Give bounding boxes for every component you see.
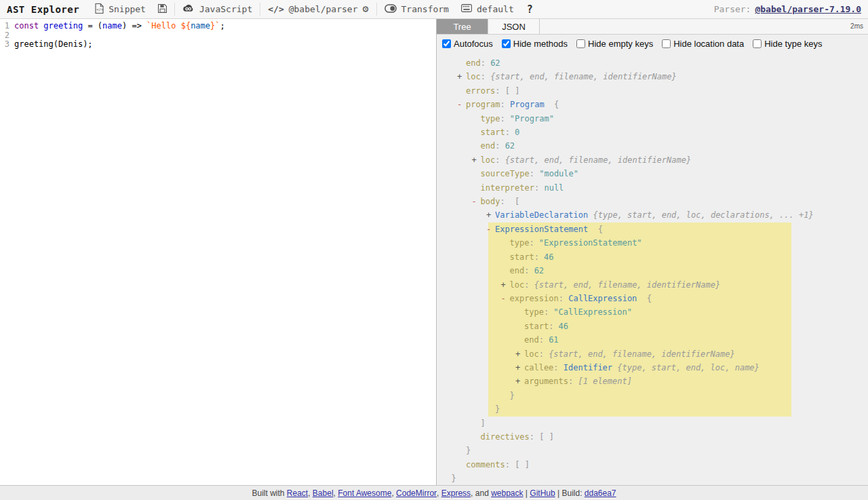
ast-punct: : [530, 169, 539, 178]
transform-toggle-button[interactable]: Transform [378, 0, 455, 18]
footer-link-codemirror[interactable]: CodeMirror [396, 488, 437, 498]
ast-preview: {start, end, filename, identifierName} [534, 280, 721, 290]
footer-text: Built with [252, 488, 286, 498]
ast-value: 62 [490, 58, 500, 68]
code-token: name [102, 22, 122, 31]
ast-node-link[interactable]: CallExpression [568, 294, 637, 303]
parser-version-link[interactable]: @babel/parser-7.19.0 [755, 4, 861, 14]
ast-punct: : [495, 141, 505, 151]
collapse-toggle-icon[interactable]: - [486, 223, 495, 236]
ast-punct: ] [481, 419, 486, 428]
footer-link-express[interactable]: Express [441, 488, 471, 498]
tree-row: start: 46 [437, 320, 868, 333]
ast-punct: : [ ] [530, 432, 554, 442]
ast-key: loc [466, 72, 481, 81]
line-number: 3 [0, 40, 14, 50]
ast-tree-view: end: 62+loc: {start, end, filename, iden… [437, 53, 868, 485]
snippet-category-button[interactable]: JavaScript [176, 0, 258, 18]
ast-preview: {start, end, filename, identifierName} [490, 72, 677, 81]
snippet-button[interactable]: </> Snippet [89, 0, 152, 18]
collapse-toggle-icon[interactable]: - [501, 292, 510, 305]
tab-tree[interactable]: Tree [437, 19, 488, 34]
footer-link-react[interactable]: React [287, 488, 308, 498]
option-hide-empty-keys[interactable]: Hide empty keys [576, 39, 653, 49]
ast-punct: : [495, 155, 505, 165]
ast-key: callee [524, 363, 553, 372]
option-label: Hide methods [513, 39, 568, 49]
ast-key: type [510, 238, 530, 248]
ast-punct: : [529, 238, 538, 248]
checkbox[interactable] [442, 39, 451, 48]
footer-link-babel[interactable]: Babel [313, 488, 334, 498]
indent-spacer [501, 250, 510, 264]
ast-key: program [466, 100, 500, 109]
tree-row: end: 62 [437, 56, 868, 70]
keybinding-button[interactable]: default [455, 0, 520, 18]
tree-row: +callee: Identifier {type, start, end, l… [437, 361, 868, 374]
ast-key: errors [466, 86, 495, 96]
footer-link-font-awesome[interactable]: Font Awesome [338, 488, 391, 498]
ast-key: directives [481, 432, 530, 442]
code-token: }` [210, 22, 220, 31]
option-hide-methods[interactable]: Hide methods [502, 39, 568, 49]
ast-punct: } [466, 446, 471, 455]
footer-link-github[interactable]: GitHub [530, 488, 555, 498]
expand-toggle-icon[interactable]: + [472, 153, 481, 167]
parser-settings-gear-icon[interactable]: ⚙ [362, 4, 368, 14]
ast-key: end [481, 141, 496, 151]
ast-node-link[interactable]: VariableDeclaration [495, 210, 588, 220]
option-hide-location-data[interactable]: Hide location data [662, 39, 744, 49]
tree-row: } [437, 389, 868, 402]
expand-toggle-icon[interactable]: + [486, 208, 495, 222]
ast-value: "module" [539, 169, 578, 178]
parser-button[interactable]: </> @babel/parser ⚙ [262, 0, 374, 18]
ast-punct: { [588, 225, 603, 234]
checkbox[interactable] [502, 39, 511, 48]
option-label: Hide location data [673, 39, 744, 49]
ast-node-link[interactable]: ExpressionStatement [495, 225, 588, 234]
help-button[interactable]: ? [520, 0, 540, 18]
tree-row: directives: [ ] [437, 430, 868, 444]
checkbox[interactable] [662, 39, 671, 48]
ast-key: type [481, 114, 500, 123]
code-token: const [14, 22, 39, 31]
footer-text: , [334, 488, 338, 498]
expand-toggle-icon[interactable]: + [515, 361, 524, 374]
tree-row: start: 0 [437, 126, 868, 139]
expand-toggle-icon[interactable]: + [515, 374, 524, 388]
save-button[interactable] [152, 0, 173, 18]
expand-toggle-icon[interactable]: + [515, 347, 524, 361]
footer-text: , and [471, 488, 491, 498]
checkbox[interactable] [753, 39, 762, 48]
footer-link-webpack[interactable]: webpack [491, 488, 523, 498]
checkbox[interactable] [576, 39, 585, 48]
option-autofocus[interactable]: Autofocus [442, 39, 493, 49]
collapse-toggle-icon[interactable]: - [457, 98, 466, 111]
ast-value: "CallExpression" [553, 307, 632, 317]
category-label: JavaScript [199, 4, 252, 14]
code-editor[interactable]: 1const greeting = (name) => `Hello ${nam… [0, 19, 437, 485]
code-line: 1const greeting = (name) => `Hello ${nam… [0, 22, 436, 31]
option-hide-type-keys[interactable]: Hide type keys [753, 39, 822, 49]
ast-punct: : [481, 72, 490, 81]
ast-punct: : [500, 114, 509, 123]
ast-punct: : [ [500, 197, 519, 206]
ast-punct: { [637, 294, 652, 303]
parser-info-label: Parser: [714, 4, 751, 14]
code-token: = ( [83, 22, 102, 31]
ast-node-link[interactable]: Program [510, 100, 545, 109]
ast-punct: } [510, 391, 515, 400]
footer: Built with React, Babel, Font Awesome, C… [0, 485, 868, 500]
ast-node-link[interactable]: Identifier [564, 363, 612, 372]
option-label: Autofocus [454, 39, 493, 49]
expand-toggle-icon[interactable]: + [501, 278, 510, 292]
tree-row: -program: Program { [437, 98, 868, 111]
code-token: greeting [43, 22, 83, 31]
collapse-toggle-icon[interactable]: - [472, 195, 481, 208]
ast-key: comments [466, 460, 505, 469]
expand-toggle-icon[interactable]: + [457, 70, 466, 83]
indent-spacer [443, 472, 452, 485]
tab-json[interactable]: JSON [488, 19, 540, 34]
footer-link-dda6ea7[interactable]: dda6ea7 [585, 488, 616, 498]
tree-row: } [437, 402, 868, 416]
